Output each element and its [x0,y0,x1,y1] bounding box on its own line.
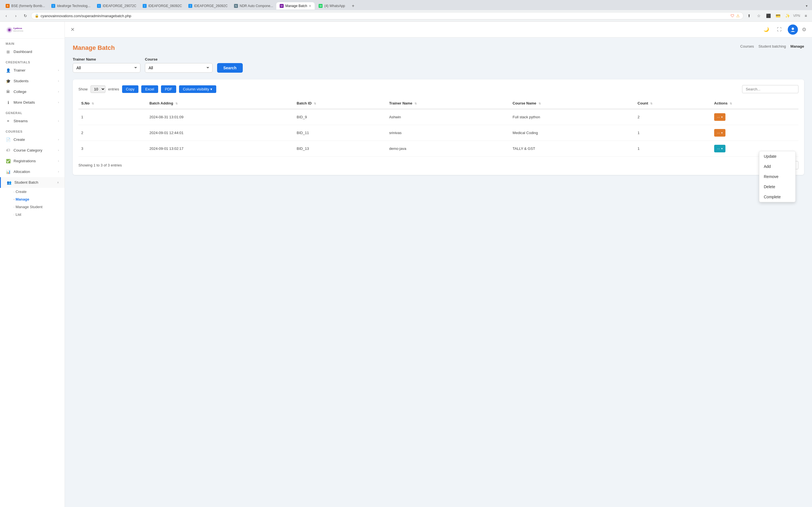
tab-manage-batch[interactable]: M Manage Batch ✕ [276,2,315,10]
action-dropdown-arrow-icon: ▾ [721,115,723,119]
pdf-button[interactable]: PDF [161,86,176,93]
browser-toolbar-right: ⬆ ☆ ⬛ 💳 ✨ VPN ≡ [745,12,810,20]
tab-label: Ideaforge Technolog... [57,4,91,8]
chevron-right-icon: › [58,138,59,141]
column-visibility-button[interactable]: Column visibility ▾ [179,86,216,93]
breadcrumb-manage[interactable]: Manage [791,44,804,48]
col-batch-id: Batch ID ⇅ [294,98,386,109]
table-search-input[interactable] [742,85,799,93]
group-icon: 👥 [6,180,11,185]
tab-favicon-bse: B [6,4,10,8]
sidebar-sub-create[interactable]: Create [0,188,64,195]
address-bar[interactable]: 🔒 🛡 ⚠ [31,12,744,19]
entries-select[interactable]: 10 25 50 [91,86,105,93]
sidebar: CyaNova INNOVATIONS MAIN ⊞ Dashboard CRE… [0,22,65,507]
sidebar-item-trainer[interactable]: 👤 Trainer › [0,65,64,76]
sidebar-item-students[interactable]: 🎓 Students › [0,76,64,87]
course-filter: Course All [145,57,213,73]
sidebar-item-dashboard[interactable]: ⊞ Dashboard [0,47,64,57]
chevron-right-icon: › [58,101,59,104]
table-search [742,85,799,93]
sidebar-logo: CyaNova INNOVATIONS [0,22,64,39]
tab-whatsapp[interactable]: W (4) WhatsApp [315,2,348,10]
sidebar-item-allocation[interactable]: 📊 Allocation › [0,166,64,177]
sidebar-label-create: Create [13,137,25,142]
breadcrumb-courses[interactable]: Courses [741,44,754,48]
sidebar-label-college: College [13,90,27,94]
action-button-row-2[interactable]: ··· ▾ [714,129,725,136]
new-tab-button[interactable]: + [349,2,357,10]
sidebar-toggle[interactable]: ⬛ [764,12,772,20]
sidebar-item-streams[interactable]: ≡ Streams › [0,116,64,126]
trainer-name-filter: Trainer Name All [73,57,140,73]
top-bar: ✕ 🌙 ⛶ ⚙ [65,22,812,38]
menu-button[interactable]: ≡ [802,12,810,20]
cell-count: 1 [635,141,711,157]
user-avatar[interactable] [788,24,798,35]
search-button[interactable]: Search [217,63,243,73]
tab-ndr[interactable]: N NDR Auto Compone... [231,2,276,10]
sort-icon: ⇅ [414,102,417,105]
tab-favicon: I [188,4,192,8]
dropdown-item-add[interactable]: Add [759,161,795,172]
sidebar-section-credentials: CREDENTIALS [0,57,64,65]
course-select[interactable]: All [145,63,213,73]
tab-ideaforge2[interactable]: I IDEAFORGE_29072C [94,2,139,10]
action-button-row-3[interactable]: ··· ▾ [714,145,725,152]
url-input[interactable] [41,14,729,18]
action-dropdown-arrow-icon: ▾ [721,131,723,134]
sidebar-label-trainer: Trainer [13,68,26,72]
sidebar-label-student-batch: Student Batch [14,180,38,184]
avatar-icon [790,27,796,33]
tab-list-button[interactable]: ▾ [804,3,810,9]
tab-close-icon[interactable]: ✕ [309,4,311,8]
back-button[interactable]: ‹ [2,12,10,20]
sidebar-sub-manage[interactable]: Manage [0,195,64,203]
excel-button[interactable]: Excel [141,86,158,93]
cell-batch-id: BID_11 [294,125,386,141]
tab-ideaforge3[interactable]: I IDEAFORGE_06092C [139,2,185,10]
sidebar-item-student-batch[interactable]: 👥 Student Batch ∧ [0,177,64,188]
action-button-row-1[interactable]: ··· ▾ [714,113,725,121]
grid-icon: ⊞ [6,49,11,54]
chevron-right-icon: › [58,170,59,173]
breadcrumb-student-batching[interactable]: Student batching [758,44,786,48]
copy-button[interactable]: Copy [122,86,139,93]
dropdown-item-update[interactable]: Update [759,151,795,161]
dropdown-item-remove[interactable]: Remove [759,172,795,182]
expand-icon[interactable]: ⛶ [775,25,784,34]
building-icon: 🏛 [6,89,11,94]
wallet-button[interactable]: 💳 [774,12,782,20]
course-label: Course [145,57,213,61]
tab-ideaforge1[interactable]: I Ideaforge Technolog... [48,2,93,10]
chevron-down-icon: ∧ [57,181,59,184]
tab-bse[interactable]: B BSE (formerly Bomb... [2,2,47,10]
tab-ideaforge4[interactable]: I IDEAFORGE_26092C [185,2,230,10]
settings-icon[interactable]: ⚙ [802,26,806,33]
sidebar-item-more-details[interactable]: ℹ More Details › [0,97,64,108]
dropdown-item-delete[interactable]: Delete [759,182,795,192]
chevron-right-icon: › [58,149,59,152]
cell-batch-id: BID_9 [294,109,386,125]
alert-icon: ⚠ [736,13,740,18]
sidebar-sub-list[interactable]: List [0,211,64,218]
bookmark-button[interactable]: ☆ [755,12,763,20]
reload-button[interactable]: ↻ [21,12,29,20]
forward-button[interactable]: › [12,12,20,20]
tab-favicon-manage-batch: M [280,4,284,8]
share-button[interactable]: ⬆ [745,12,753,20]
trainer-name-select[interactable]: All [73,63,140,73]
leo-button[interactable]: ✨ [783,12,792,20]
dropdown-item-complete[interactable]: Complete [759,192,795,202]
sidebar-item-registrations[interactable]: ✅ Registrations › [0,156,64,166]
svg-text:CyaNova: CyaNova [13,27,22,30]
sidebar-item-course-category[interactable]: 🏷 Course Category › [0,145,64,156]
sidebar-sub-manage-student[interactable]: Manage Student [0,203,64,211]
sidebar-item-college[interactable]: 🏛 College › [0,87,64,97]
chevron-right-icon: › [58,79,59,82]
sidebar-item-create[interactable]: 📄 Create › [0,134,64,145]
close-icon[interactable]: ✕ [70,26,75,33]
cell-actions: ··· ▾ [711,109,799,125]
vpn-label: VPN [793,14,800,18]
moon-icon[interactable]: 🌙 [762,25,771,34]
